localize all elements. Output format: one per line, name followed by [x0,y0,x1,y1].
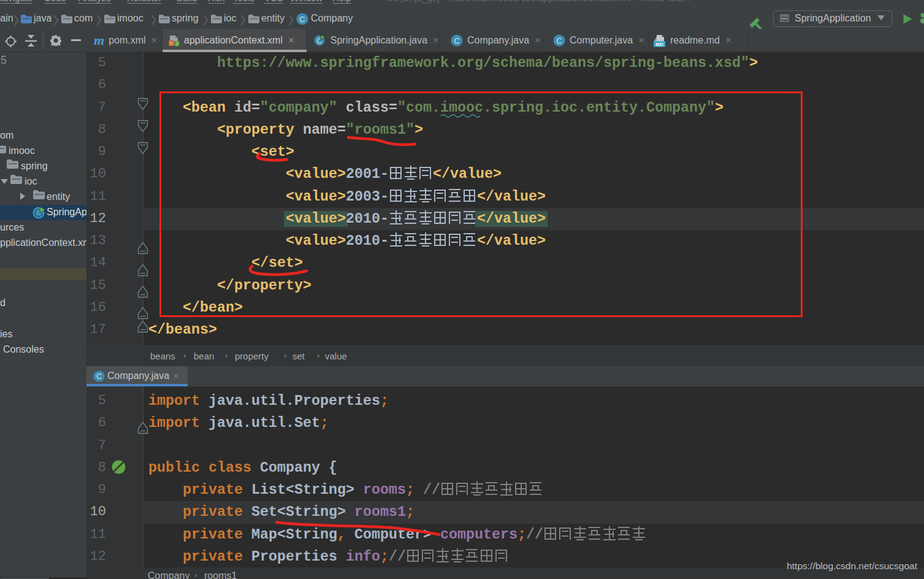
svg-text:C: C [96,372,102,381]
svg-text:C: C [299,15,305,24]
svg-text:C: C [454,36,459,45]
svg-text:C: C [556,36,562,45]
svg-text:MD: MD [655,42,663,47]
